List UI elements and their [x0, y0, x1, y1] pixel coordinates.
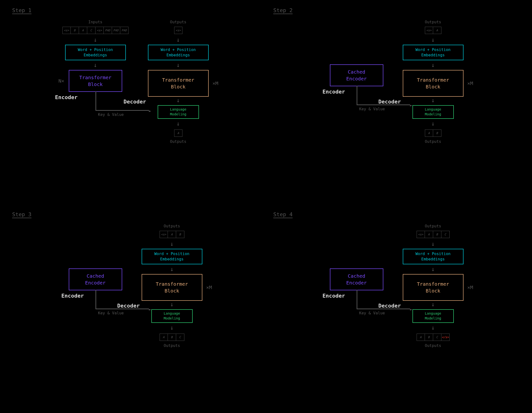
key-value-label: Key & Value [98, 112, 124, 117]
encoder-column: Cached Encoder Key & Value Encoder [330, 64, 383, 95]
arrow-down-icon: ↓ [431, 325, 435, 331]
output-tokens-out: A B C [160, 334, 184, 341]
key-value-label: Key & Value [98, 311, 124, 315]
encoder-block-wrap: Cached Encoder Key & Value [330, 64, 383, 86]
language-modeling-box: Language Modeling [412, 105, 454, 119]
diagram: Cached Encoder Key & Value Encoder Outpu… [271, 222, 522, 349]
outputs-in-label: Outputs [425, 224, 441, 228]
cached-encoder-block: Cached Encoder [330, 64, 383, 86]
decoder-column: Outputs <s> A ↓ Word + Position Embeddin… [403, 18, 464, 145]
arrow-down-icon: ↓ [431, 62, 435, 68]
token-end: </s> [441, 334, 450, 341]
arrow-down-icon: ↓ [170, 301, 173, 307]
m-times-label: ×M [467, 80, 473, 86]
decoder-column: Outputs <s> A B C ↓ Word + Position Embe… [403, 222, 464, 349]
embeddings-box: Word + Position Embeddings [142, 249, 202, 264]
language-modeling-box: Language Modeling [158, 105, 199, 119]
token: B [168, 334, 176, 341]
key-value-label: Key & Value [359, 107, 385, 111]
decoder-block-wrap: Transformer Block ×M [403, 70, 464, 97]
token: C [176, 334, 184, 341]
arrow-down-icon: ↓ [176, 121, 180, 126]
token: PAD [112, 27, 120, 34]
outputs-out-label: Outputs [164, 343, 180, 348]
outputs-out-label: Outputs [170, 139, 186, 144]
encoder-column: Cached Encoder Key & Value Encoder [330, 269, 383, 299]
token: B [433, 129, 441, 137]
arrow-down-icon: ↓ [176, 37, 180, 43]
token: <s> [174, 27, 182, 34]
token: <s> [425, 27, 433, 34]
outputs-in-label: Outputs [164, 224, 180, 228]
encoder-column: Inputs <s> B A C <s> PAD PAD PAD ↓ Word … [62, 18, 129, 100]
m-times-label: ×M [212, 80, 218, 86]
arrow-down-icon: ↓ [431, 301, 435, 307]
token: <s> [160, 231, 168, 238]
arrow-down-icon: ↓ [176, 97, 180, 103]
m-times-label: ×M [467, 285, 473, 290]
token: A [425, 129, 433, 137]
decoder-transformer-block: Transformer Block [403, 274, 464, 301]
inputs-label: Inputs [88, 20, 103, 24]
cached-encoder-block: Cached Encoder [330, 269, 383, 290]
decoder-transformer-block: Transformer Block [148, 70, 209, 97]
token: A [174, 129, 182, 137]
decoder-label: Decoder [117, 303, 140, 309]
step-3: Step 3 Cached Encoder Key & Value Encode… [10, 211, 261, 406]
output-tokens-in: <s> A B [160, 231, 184, 238]
m-times-label: ×M [206, 285, 212, 290]
step-title: Step 1 [12, 7, 261, 13]
token: C [433, 334, 441, 341]
encoder-label: Encoder [61, 293, 84, 299]
encoder-column: Cached Encoder Key & Value Encoder [69, 269, 122, 299]
output-tokens-out: A [174, 129, 182, 137]
encoder-block-wrap: N× Transformer Block Key & Value [69, 70, 122, 92]
arrow-down-icon: ↓ [94, 62, 97, 68]
step-2: Step 2 Cached Encoder Key & Value Encode… [271, 7, 522, 202]
n-times-label: N× [58, 78, 64, 84]
token: C [441, 231, 450, 238]
token: A [160, 334, 168, 341]
step-1: Step 1 Inputs <s> B A C <s> PAD PAD PAD … [10, 7, 261, 202]
token: <s> [95, 27, 104, 34]
decoder-label: Decoder [124, 99, 146, 105]
output-tokens-in: <s> [174, 27, 182, 34]
decoder-label: Decoder [379, 99, 401, 105]
token: <s> [62, 27, 71, 34]
token: A [79, 27, 87, 34]
output-tokens-in: <s> A B C [417, 231, 450, 238]
step-4: Step 4 Cached Encoder Key & Value Encode… [271, 211, 522, 406]
outputs-out-label: Outputs [425, 139, 441, 144]
embeddings-box: Word + Position Embeddings [403, 45, 464, 60]
diagram: Cached Encoder Key & Value Encoder Outpu… [271, 18, 522, 145]
outputs-out-label: Outputs [425, 343, 441, 348]
decoder-transformer-block: Transformer Block [142, 274, 202, 301]
arrow-down-icon: ↓ [94, 37, 97, 43]
token: A [417, 334, 425, 341]
decoder-column: Outputs <s> ↓ Word + Position Embeddings… [148, 18, 209, 145]
token: B [433, 231, 441, 238]
decoder-label: Decoder [379, 303, 401, 309]
language-modeling-box: Language Modeling [151, 309, 193, 323]
token: B [425, 334, 433, 341]
cached-encoder-block: Cached Encoder [69, 269, 122, 290]
encoder-label: Encoder [55, 94, 78, 100]
arrow-down-icon: ↓ [170, 266, 173, 272]
decoder-column: Outputs <s> A B ↓ Word + Position Embedd… [142, 222, 202, 349]
decoder-transformer-block: Transformer Block [403, 70, 464, 97]
token: C [87, 27, 95, 34]
arrow-down-icon: ↓ [176, 62, 180, 68]
outputs-in-label: Outputs [425, 20, 441, 24]
arrow-down-icon: ↓ [170, 241, 173, 247]
step-title: Step 2 [273, 7, 522, 13]
token: <s> [417, 231, 425, 238]
output-tokens-out: A B C </s> [417, 334, 450, 341]
encoder-transformer-block: Transformer Block [69, 70, 122, 92]
input-tokens: <s> B A C <s> PAD PAD PAD [62, 27, 129, 34]
embeddings-box: Word + Position Embeddings [148, 45, 209, 60]
arrow-down-icon: ↓ [431, 97, 435, 103]
encoder-label: Encoder [323, 89, 345, 95]
diagram: Inputs <s> B A C <s> PAD PAD PAD ↓ Word … [10, 18, 261, 145]
page: Step 1 Inputs <s> B A C <s> PAD PAD PAD … [0, 0, 532, 413]
outputs-in-label: Outputs [170, 20, 186, 24]
